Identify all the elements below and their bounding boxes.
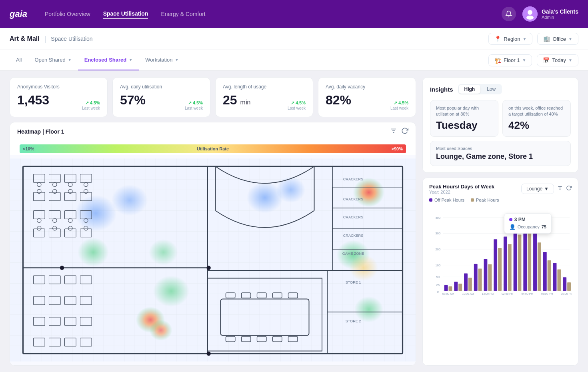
svg-text:08:00 AM: 08:00 AM xyxy=(442,292,454,295)
svg-text:CRACKERS: CRACKERS xyxy=(343,215,363,219)
metric-visitors-right: 4.5% Last week xyxy=(82,99,100,110)
nav-energy[interactable]: Energy & Comfort xyxy=(161,9,205,19)
insight-box-day-label: Most popular day with utilisation at 80% xyxy=(436,105,492,118)
tabs-bar: All Open Shared ▼ Enclosed Shared ▼ Work… xyxy=(0,50,588,71)
most-used-card: Most used Spaces Lounge, Game zone, Stor… xyxy=(430,141,571,166)
metrics-row: Anonymous Visitors 1,453 4.5% Last week … xyxy=(10,77,416,117)
metric-vacancy-label: Avg. daily vacancy xyxy=(326,84,408,90)
chevron-down-icon-4: ▼ xyxy=(129,58,132,62)
svg-text:12:00 PM: 12:00 PM xyxy=(482,292,494,295)
breadcrumb-sub: Space Utilisation xyxy=(51,36,92,42)
svg-text:GAME ZONE: GAME ZONE xyxy=(342,252,364,256)
metric-vacancy-week: Last week xyxy=(390,106,408,110)
breadcrumb-right: 📍 Region ▼ 🏢 Office ▼ xyxy=(488,33,578,45)
svg-text:CRACKERS: CRACKERS xyxy=(343,177,363,181)
svg-rect-196 xyxy=(518,234,522,290)
chart-dropdown[interactable]: Lounge ▼ xyxy=(521,184,554,194)
svg-rect-208 xyxy=(567,282,571,291)
svg-point-70 xyxy=(353,178,384,207)
chart-card: Peak Hours/ Days of Week Year: 2022 Loun… xyxy=(422,178,578,366)
logo: gaia xyxy=(10,9,27,19)
tab-open-shared[interactable]: Open Shared ▼ xyxy=(28,50,78,70)
svg-rect-191 xyxy=(498,248,502,291)
utilisation-bar-container: <10% Utilisation Rate >90% xyxy=(10,141,416,155)
svg-rect-201 xyxy=(538,242,541,291)
svg-text:400: 400 xyxy=(435,216,441,220)
chart-filter-icon[interactable] xyxy=(557,185,563,192)
refresh-icon[interactable] xyxy=(401,127,408,136)
svg-rect-177 xyxy=(444,285,448,291)
svg-point-64 xyxy=(112,185,148,216)
tab-workstation[interactable]: Workstation ▼ xyxy=(139,50,185,70)
util-label-right: >90% xyxy=(392,146,403,151)
region-dropdown[interactable]: 📍 Region ▼ xyxy=(488,33,532,45)
metric-visitors-label: Anonymous Visitors xyxy=(17,84,100,90)
insight-box-day-value: Tuesday xyxy=(436,119,492,132)
toggle-low[interactable]: Low xyxy=(481,85,501,94)
toggle-high[interactable]: High xyxy=(459,85,481,94)
metric-vacancy-value-row: 82% 4.5% Last week xyxy=(326,93,408,110)
metric-visitors-pct: 4.5% xyxy=(85,100,100,105)
metric-visitors: Anonymous Visitors 1,453 4.5% Last week xyxy=(10,77,108,117)
metric-utilisation: Avg. daily utilisation 57% 4.5% Last wee… xyxy=(112,77,210,117)
chart-refresh-icon[interactable] xyxy=(566,185,572,192)
nav-portfolio[interactable]: Portfolio Overview xyxy=(45,9,90,19)
user-text: Gaia's Clients Admin xyxy=(542,8,578,20)
user-name: Gaia's Clients xyxy=(542,8,578,15)
today-dropdown[interactable]: 📅 Today ▼ xyxy=(537,54,578,66)
tooltip-value: 75 xyxy=(542,224,546,229)
right-column: Insights High Low Most popular day with … xyxy=(422,77,578,366)
floor-dropdown[interactable]: 🏗️ Floor 1 ▼ xyxy=(488,54,532,66)
svg-rect-181 xyxy=(458,284,462,291)
legend-peak-dot xyxy=(471,198,474,202)
svg-point-157 xyxy=(206,266,210,270)
legend-peak: Peak Hours xyxy=(471,198,499,202)
office-dropdown[interactable]: 🏢 Office ▼ xyxy=(537,33,578,45)
metric-length-right: 4.5% Last week xyxy=(288,99,306,110)
top-nav: gaia Portfolio Overview Space Utilisatio… xyxy=(0,0,588,28)
tab-all[interactable]: All xyxy=(10,50,28,70)
filter-icon[interactable] xyxy=(390,127,397,136)
metric-vacancy: Avg. daily vacancy 82% 4.5% Last week xyxy=(318,77,416,117)
tab-enclosed-shared[interactable]: Enclosed Shared ▼ xyxy=(78,50,139,70)
heatmap-floor-plan: CRACKERS CRACKERS CRACKERS CRACKERS GAME… xyxy=(10,155,416,365)
svg-point-158 xyxy=(60,266,64,270)
svg-rect-203 xyxy=(548,260,551,291)
svg-text:100: 100 xyxy=(435,263,441,267)
chart-header: Peak Hours/ Days of Week Year: 2022 Loun… xyxy=(429,184,572,194)
svg-rect-193 xyxy=(508,244,512,291)
svg-point-67 xyxy=(153,276,190,307)
insight-box-target-label: on this week, office reached a target ut… xyxy=(508,105,565,118)
insights-card: Insights High Low Most popular day with … xyxy=(422,77,578,173)
tooltip-occ: 👤 Occupancy 75 xyxy=(509,224,546,230)
svg-rect-206 xyxy=(557,269,561,290)
svg-text:CRACKERS: CRACKERS xyxy=(343,234,363,238)
chart-title-block: Peak Hours/ Days of Week Year: 2022 xyxy=(429,184,494,194)
chevron-down-icon-2: ▼ xyxy=(568,37,572,41)
main-content: Anonymous Visitors 1,453 4.5% Last week … xyxy=(0,71,588,372)
svg-point-74 xyxy=(149,320,172,341)
tabs-right: 🏗️ Floor 1 ▼ 📅 Today ▼ xyxy=(488,54,578,66)
chevron-down-icon-3: ▼ xyxy=(68,58,72,62)
svg-point-69 xyxy=(276,177,306,203)
most-used-value: Lounge, Game zone, Store 1 xyxy=(436,152,565,161)
svg-text:200: 200 xyxy=(435,248,441,251)
insights-header: Insights High Low xyxy=(430,84,571,94)
user-menu[interactable]: Gaia's Clients Admin xyxy=(522,6,578,22)
svg-point-63 xyxy=(75,195,117,232)
svg-rect-185 xyxy=(474,264,478,290)
breadcrumb-sep: | xyxy=(44,35,46,43)
tooltip-time: 3 PM xyxy=(509,217,546,222)
chart-year: Year: 2022 xyxy=(429,190,494,194)
svg-rect-186 xyxy=(478,268,482,290)
metric-vacancy-value: 82% xyxy=(326,93,351,108)
person-icon: 👤 xyxy=(509,224,516,230)
nav-space[interactable]: Space Utilisation xyxy=(103,9,148,19)
notification-bell[interactable] xyxy=(502,7,516,21)
svg-text:10:00 AM: 10:00 AM xyxy=(462,292,474,295)
heatmap-controls xyxy=(390,127,408,136)
svg-point-2 xyxy=(526,16,534,20)
left-column: Anonymous Visitors 1,453 4.5% Last week … xyxy=(10,77,416,366)
metric-visitors-value-row: 1,453 4.5% Last week xyxy=(17,93,100,110)
metric-utilisation-value-row: 57% 4.5% Last week xyxy=(120,93,203,110)
